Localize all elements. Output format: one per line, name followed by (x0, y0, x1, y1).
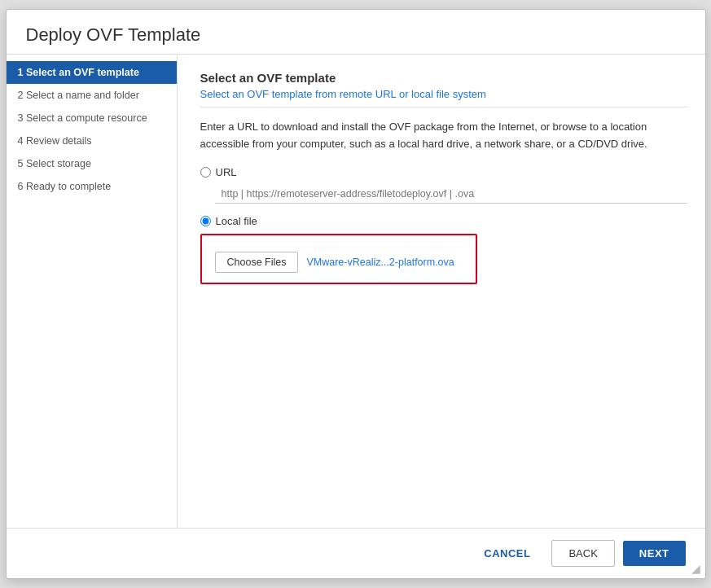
sidebar: 1 Select an OVF template 2 Select a name… (7, 55, 178, 528)
sidebar-item-step1[interactable]: 1 Select an OVF template (7, 61, 177, 84)
section-subtitle: Select an OVF template from remote URL o… (200, 88, 687, 108)
url-option: URL (200, 166, 687, 178)
url-label: URL (216, 166, 237, 178)
sidebar-item-step4: 4 Review details (7, 129, 177, 152)
next-button[interactable]: NEXT (623, 541, 686, 566)
section-description: Enter a URL to download and install the … (200, 119, 687, 153)
local-file-box: Choose Files VMware-vRealiz...2-platform… (200, 234, 477, 284)
dialog-title: Deploy OVF Template (7, 10, 705, 55)
dialog-body: 1 Select an OVF template 2 Select a name… (7, 55, 705, 528)
dialog-footer: CANCEL BACK NEXT (7, 528, 705, 578)
sidebar-item-step6: 6 Ready to complete (7, 175, 177, 198)
local-file-row: Choose Files VMware-vRealiz...2-platform… (215, 252, 463, 273)
sidebar-item-step2: 2 Select a name and folder (7, 84, 177, 107)
sidebar-item-step5: 5 Select storage (7, 152, 177, 175)
url-radio[interactable] (200, 167, 211, 178)
local-file-label: Local file (216, 215, 257, 227)
selected-file-name: VMware-vRealiz...2-platform.ova (306, 257, 454, 268)
main-content: Select an OVF template Select an OVF tem… (178, 55, 710, 528)
deploy-ovf-dialog: Deploy OVF Template 1 Select an OVF temp… (6, 9, 706, 579)
back-button[interactable]: BACK (551, 540, 614, 567)
cancel-button[interactable]: CANCEL (471, 541, 543, 566)
choose-files-button[interactable]: Choose Files (215, 252, 299, 273)
url-input[interactable] (215, 185, 687, 204)
local-file-option: Local file (200, 215, 687, 227)
sidebar-item-step3: 3 Select a compute resource (7, 107, 177, 129)
resize-handle: ◢ (691, 562, 700, 575)
section-title: Select an OVF template (200, 71, 687, 85)
local-file-radio[interactable] (200, 216, 211, 226)
